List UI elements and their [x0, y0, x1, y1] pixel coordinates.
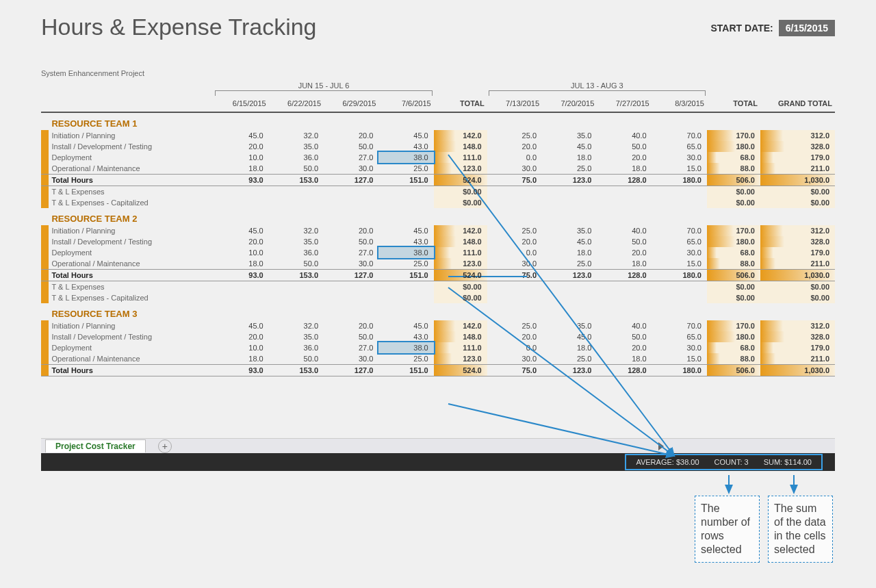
data-cell[interactable]: 65.0 [652, 236, 707, 247]
total-cell[interactable]: $0.00 [760, 197, 835, 208]
data-cell[interactable]: 75.0 [487, 365, 542, 376]
data-cell[interactable]: 43.0 [378, 236, 433, 247]
total-cell[interactable]: $0.00 [707, 281, 760, 293]
data-cell[interactable]: 30.0 [487, 353, 542, 365]
data-cell[interactable]: 50.0 [269, 258, 324, 270]
total-cell[interactable]: 88.0 [707, 258, 760, 270]
total-cell[interactable]: 148.0 [434, 141, 487, 152]
total-cell[interactable]: 312.0 [760, 130, 835, 141]
total-cell[interactable]: 179.0 [760, 342, 835, 353]
total-cell[interactable]: 148.0 [434, 331, 487, 342]
total-cell[interactable]: 180.0 [707, 331, 760, 342]
data-cell[interactable]: 123.0 [542, 270, 597, 281]
data-cell[interactable]: 18.0 [542, 247, 597, 258]
total-cell[interactable]: 142.0 [434, 225, 487, 236]
data-cell[interactable]: 180.0 [652, 365, 707, 376]
data-cell[interactable]: 20.0 [214, 141, 268, 152]
data-cell[interactable]: 70.0 [652, 225, 707, 236]
total-cell[interactable]: 328.0 [760, 331, 835, 342]
data-cell[interactable]: 25.0 [487, 320, 542, 331]
data-cell[interactable]: 40.0 [597, 225, 652, 236]
data-cell[interactable]: 153.0 [269, 365, 324, 376]
total-cell[interactable]: 68.0 [707, 342, 760, 353]
total-cell[interactable]: 524.0 [434, 365, 487, 376]
data-cell[interactable]: 75.0 [487, 270, 542, 281]
data-cell[interactable]: 30.0 [652, 152, 707, 163]
total-cell[interactable]: 68.0 [707, 247, 760, 258]
data-cell[interactable]: 93.0 [214, 365, 268, 376]
team-header[interactable]: RESOURCE TEAM 3 [49, 303, 835, 320]
row-label[interactable]: Deployment [49, 152, 214, 163]
col-date[interactable]: 7/6/2015 [378, 97, 433, 112]
col-date[interactable]: 7/13/2015 [487, 97, 542, 112]
data-cell[interactable]: 43.0 [378, 331, 433, 342]
total-cell[interactable]: 148.0 [434, 236, 487, 247]
data-cell[interactable]: 151.0 [378, 175, 433, 186]
data-cell[interactable]: 50.0 [597, 236, 652, 247]
data-cell[interactable]: 18.0 [542, 342, 597, 353]
total-cell[interactable]: 1,030.0 [760, 270, 835, 281]
total-cell[interactable]: 111.0 [434, 342, 487, 353]
data-cell[interactable]: 127.0 [324, 175, 378, 186]
col-date[interactable]: 6/22/2015 [269, 97, 324, 112]
data-cell[interactable]: 30.0 [324, 258, 378, 270]
row-label[interactable]: Install / Development / Testing [49, 236, 214, 247]
total-cell[interactable]: 142.0 [434, 320, 487, 331]
data-cell[interactable]: 50.0 [269, 353, 324, 365]
data-cell[interactable]: 35.0 [542, 130, 597, 141]
data-cell[interactable]: 10.0 [214, 247, 268, 258]
total-cell[interactable]: $0.00 [434, 281, 487, 293]
data-cell[interactable]: 123.0 [542, 365, 597, 376]
total-cell[interactable]: 170.0 [707, 225, 760, 236]
total-cell[interactable]: 524.0 [434, 175, 487, 186]
data-cell[interactable]: 18.0 [542, 152, 597, 163]
data-cell[interactable]: 25.0 [487, 225, 542, 236]
data-cell[interactable]: 25.0 [542, 258, 597, 270]
data-cell[interactable]: 30.0 [652, 342, 707, 353]
row-label[interactable]: Initiation / Planning [49, 130, 214, 141]
total-cell[interactable]: 170.0 [707, 320, 760, 331]
total-cell[interactable]: 1,030.0 [760, 175, 835, 186]
scroll-right-icon[interactable] [658, 442, 664, 450]
data-cell[interactable]: 50.0 [324, 141, 378, 152]
data-cell[interactable]: 25.0 [378, 163, 433, 175]
data-cell[interactable]: 25.0 [378, 258, 433, 270]
data-cell[interactable]: 35.0 [269, 141, 324, 152]
data-cell[interactable]: 50.0 [324, 236, 378, 247]
row-label[interactable]: Install / Development / Testing [49, 331, 214, 342]
data-cell[interactable]: 20.0 [324, 130, 378, 141]
data-cell[interactable]: 151.0 [378, 365, 433, 376]
data-cell[interactable]: 20.0 [324, 225, 378, 236]
data-cell[interactable]: 20.0 [487, 141, 542, 152]
data-cell[interactable]: 45.0 [378, 130, 433, 141]
total-cell[interactable]: $0.00 [707, 292, 760, 303]
data-cell[interactable]: 45.0 [214, 225, 268, 236]
total-cell[interactable]: 179.0 [760, 152, 835, 163]
data-cell[interactable]: 40.0 [597, 320, 652, 331]
total-cell[interactable]: 328.0 [760, 236, 835, 247]
data-cell[interactable]: 45.0 [542, 141, 597, 152]
data-cell[interactable]: 45.0 [542, 331, 597, 342]
total-cell[interactable]: $0.00 [707, 197, 760, 208]
data-cell[interactable]: 70.0 [652, 320, 707, 331]
total-cell[interactable]: $0.00 [434, 186, 487, 198]
data-cell[interactable]: 20.0 [487, 331, 542, 342]
total-cell[interactable]: 180.0 [707, 141, 760, 152]
total-cell[interactable]: 312.0 [760, 225, 835, 236]
data-cell[interactable]: 20.0 [324, 320, 378, 331]
total-cell[interactable]: 142.0 [434, 130, 487, 141]
total-cell[interactable]: 179.0 [760, 247, 835, 258]
total-cell[interactable]: $0.00 [760, 292, 835, 303]
row-label[interactable]: Operational / Maintenance [49, 163, 214, 175]
sheet-tab-active[interactable]: Project Cost Tracker [45, 439, 146, 452]
total-cell[interactable]: 506.0 [707, 365, 760, 376]
data-cell[interactable]: 180.0 [652, 175, 707, 186]
data-cell[interactable]: 20.0 [214, 236, 268, 247]
total-cell[interactable]: 123.0 [434, 163, 487, 175]
team-header[interactable]: RESOURCE TEAM 2 [49, 208, 835, 225]
data-cell[interactable]: 20.0 [597, 247, 652, 258]
total-cell[interactable]: $0.00 [434, 197, 487, 208]
total-cell[interactable]: 111.0 [434, 152, 487, 163]
data-cell[interactable]: 128.0 [597, 365, 652, 376]
data-cell[interactable]: 0.0 [487, 247, 542, 258]
